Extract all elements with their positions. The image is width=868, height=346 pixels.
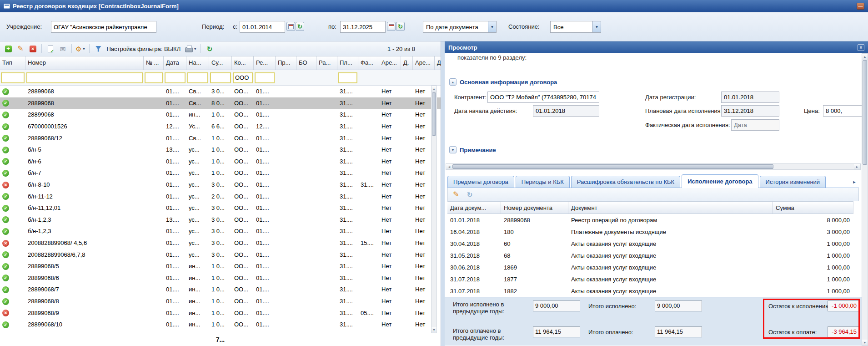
panel-splitter[interactable] (441, 41, 445, 346)
column-header-11[interactable]: Пл... (337, 56, 358, 70)
institution-input[interactable] (51, 21, 156, 33)
settings-menu-button[interactable] (75, 43, 86, 54)
contract-row[interactable]: б/н-11-1201....ус...2 0...ОО...01....31.… (0, 190, 441, 202)
column-header-3[interactable]: Дата (164, 56, 186, 70)
reg-date-input[interactable] (721, 92, 779, 103)
close-panel-icon[interactable] (858, 44, 864, 51)
column-header-13[interactable]: Аре... (379, 56, 401, 70)
left-grid-scrollbar[interactable]: ▲ ▼ (431, 86, 437, 333)
contract-row[interactable]: б/н-601....ус...1 0...ОО...01....31....Н… (0, 156, 441, 168)
date-mode-select[interactable]: По дате документа (423, 21, 497, 33)
execution-row[interactable]: 30.06.20181869Акты оказания услуг входящ… (447, 261, 853, 273)
from-calendar-button[interactable] (286, 22, 295, 31)
add-button[interactable] (3, 43, 14, 54)
contract-row[interactable]: 28899068/901....ин...1 0...ОО...01....31… (0, 307, 441, 319)
refresh-button[interactable] (204, 43, 215, 54)
exec-column-header-2[interactable]: Документ (568, 202, 773, 214)
column-filter-input-6[interactable] (233, 72, 253, 83)
scroll-down-icon[interactable]: ▼ (431, 327, 437, 333)
filter-settings-button[interactable] (93, 43, 104, 54)
column-filter-input-4[interactable] (187, 72, 208, 83)
delete-button[interactable] (27, 43, 38, 54)
approve-document-button[interactable] (45, 43, 56, 54)
horizontal-scrollbar[interactable]: ◄ ► (446, 163, 861, 170)
column-header-4[interactable]: На... (186, 56, 209, 70)
contract-row[interactable]: 28899068/801....ин...1 0...ОО...01....31… (0, 295, 441, 307)
column-header-9[interactable]: БО (296, 56, 316, 70)
from-period-picker-button[interactable] (296, 22, 304, 31)
tab-4[interactable]: История изменений (760, 176, 826, 188)
expand-section-button[interactable]: ▼ (449, 146, 457, 153)
scrollbar-thumb[interactable] (863, 60, 867, 165)
tab-2[interactable]: Расшифровка обязательств по КБК (571, 176, 680, 188)
contract-row[interactable]: 2889906801....Св...3 0...ОО...01....31..… (0, 86, 441, 97)
exec-column-header-1[interactable]: Номер документа (501, 202, 568, 214)
scrollbar-thumb[interactable] (432, 92, 436, 136)
scrollbar-track[interactable] (862, 60, 868, 340)
column-filter-input-11[interactable] (338, 72, 357, 83)
column-header-16[interactable]: Д... (435, 56, 441, 70)
right-panel-scrollbar[interactable]: ▲ ▼ (862, 53, 868, 346)
period-to-input[interactable] (340, 21, 386, 33)
column-filter-input-2[interactable] (145, 72, 163, 83)
execution-row[interactable]: 31.07.20181882Акты оказания услуг входящ… (447, 285, 853, 297)
contract-row[interactable]: 2889906801....Св...8 0...ОО...01....31..… (0, 97, 441, 109)
chevron-down-icon[interactable] (592, 21, 601, 32)
contract-row[interactable]: 28899068/501....ин...1 0...ОО...01....31… (0, 260, 441, 272)
tab-1[interactable]: Периоды и КБК (516, 176, 570, 188)
execution-row[interactable]: 01.01.201828899068Реестр операций по дог… (447, 214, 853, 226)
contract-row[interactable]: б/н-1,2,301....ус...3 0...ОО...01....31.… (0, 225, 441, 237)
period-from-input[interactable] (240, 21, 285, 33)
column-filter-input-5[interactable] (210, 72, 231, 83)
price-input[interactable] (823, 105, 862, 117)
window-minimize-button[interactable]: — (857, 3, 864, 10)
actual-date-input[interactable] (731, 119, 779, 131)
column-header-15[interactable]: Аре... (413, 56, 435, 70)
column-header-2[interactable]: № ... (144, 56, 164, 70)
contract-row[interactable]: 67000000152612....Ус...6 6...ОО...12....… (0, 121, 441, 132)
tab-scroll-right-icon[interactable] (850, 177, 859, 188)
scroll-right-icon[interactable]: ► (854, 164, 860, 169)
print-button[interactable] (185, 43, 197, 54)
column-header-12[interactable]: Фа... (358, 56, 379, 70)
contract-row[interactable]: 2889906801....ин...1 0...ОО...01....31..… (0, 109, 441, 121)
execution-row[interactable]: 31.07.20181877Акты оказания услуг входящ… (447, 273, 853, 285)
tab-3[interactable]: Исполнение договора (682, 174, 758, 188)
scroll-up-icon[interactable]: ▲ (431, 86, 437, 92)
column-filter-input-0[interactable] (1, 72, 25, 83)
column-header-14[interactable]: Д. (401, 56, 413, 70)
collapse-section-button[interactable]: ▲ (449, 78, 457, 86)
chevron-down-icon[interactable] (488, 21, 496, 32)
contract-row[interactable]: б/н-8-1001....ус...3 0...ОО...01....31..… (0, 179, 441, 191)
execution-row[interactable]: 31.05.201868Акты оказания услуг входящие… (447, 249, 853, 261)
to-calendar-button[interactable] (387, 22, 396, 31)
column-header-7[interactable]: Ре... (254, 56, 276, 70)
column-header-8[interactable]: Пр... (276, 56, 296, 70)
column-filter-input-1[interactable] (26, 72, 143, 83)
start-date-input[interactable] (533, 105, 599, 117)
execution-row[interactable]: 30.04.201860Акты оказания услуг входящие… (447, 238, 853, 249)
scrollbar-track[interactable] (431, 92, 437, 327)
contract-row[interactable]: 2008828899068/ 4,5,601....ус...3 0...ОО.… (0, 237, 441, 249)
exec-column-header-3[interactable]: Сумма (773, 202, 853, 214)
contract-row[interactable]: б/н-513....ус...1 0...ОО...01....31....Н… (0, 144, 441, 156)
column-header-6[interactable]: Ко... (232, 56, 254, 70)
edit-button[interactable] (15, 43, 26, 54)
send-button[interactable] (57, 43, 68, 54)
to-period-picker-button[interactable] (396, 22, 405, 31)
contract-row[interactable]: б/н-701....ус...1 0...ОО...01....31....Н… (0, 167, 441, 179)
contract-row[interactable]: 28899068/601....ин...1 0...ОО...01....31… (0, 272, 441, 284)
tab-0[interactable]: Предметы договора (447, 176, 514, 188)
scroll-down-icon[interactable]: ▼ (862, 340, 868, 346)
column-filter-input-7[interactable] (255, 72, 275, 83)
contract-row[interactable]: 28899068/1001....ин...1 0...ОО...01....3… (0, 319, 441, 331)
scrollbar-thumb[interactable] (452, 164, 773, 169)
execution-row[interactable]: 16.04.2018180Платежные документы исходящ… (447, 226, 853, 238)
planned-date-input[interactable] (721, 105, 779, 117)
exec-column-header-0[interactable]: Дата докум... (447, 202, 501, 214)
counterparty-input[interactable] (487, 92, 599, 103)
refresh-execution-button[interactable] (464, 189, 475, 200)
column-header-0[interactable]: Тип (0, 56, 25, 70)
column-header-5[interactable]: Су... (209, 56, 232, 70)
contract-row[interactable]: 2008828899068/6,7,801....ус...3 0...ОО..… (0, 249, 441, 260)
